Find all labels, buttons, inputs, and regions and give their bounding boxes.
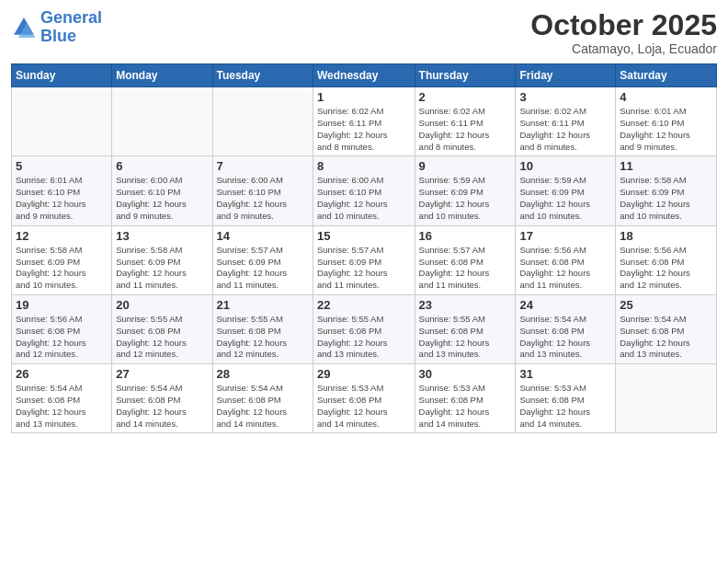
calendar-cell: 5Sunrise: 6:01 AMSunset: 6:10 PMDaylight… [12, 156, 112, 225]
calendar-cell: 23Sunrise: 5:55 AMSunset: 6:08 PMDayligh… [415, 294, 516, 363]
day-info: Sunrise: 5:57 AMSunset: 6:09 PMDaylight:… [317, 245, 411, 292]
weekday-header-thursday: Thursday [415, 64, 516, 87]
day-info: Sunrise: 5:57 AMSunset: 6:08 PMDaylight:… [419, 245, 512, 292]
day-info: Sunrise: 5:54 AMSunset: 6:08 PMDaylight:… [519, 314, 611, 361]
calendar-cell [112, 87, 212, 156]
day-info: Sunrise: 5:58 AMSunset: 6:09 PMDaylight:… [116, 245, 208, 292]
weekday-header-row: SundayMondayTuesdayWednesdayThursdayFrid… [12, 64, 717, 87]
calendar-cell: 26Sunrise: 5:54 AMSunset: 6:08 PMDayligh… [12, 364, 112, 433]
day-number: 18 [620, 229, 712, 243]
logo-blue: Blue [40, 28, 102, 46]
day-number: 4 [620, 90, 712, 104]
calendar-cell: 16Sunrise: 5:57 AMSunset: 6:08 PMDayligh… [415, 225, 516, 294]
calendar-cell [616, 364, 717, 433]
day-number: 26 [16, 367, 108, 381]
day-info: Sunrise: 6:00 AMSunset: 6:10 PMDaylight:… [217, 175, 309, 222]
day-number: 28 [217, 367, 309, 381]
calendar-cell: 20Sunrise: 5:55 AMSunset: 6:08 PMDayligh… [112, 294, 212, 363]
day-number: 27 [116, 367, 208, 381]
day-number: 21 [217, 298, 309, 312]
day-number: 23 [419, 298, 512, 312]
day-info: Sunrise: 5:55 AMSunset: 6:08 PMDaylight:… [317, 314, 411, 361]
calendar-cell: 31Sunrise: 5:53 AMSunset: 6:08 PMDayligh… [516, 364, 616, 433]
day-number: 9 [419, 159, 512, 173]
day-info: Sunrise: 5:56 AMSunset: 6:08 PMDaylight:… [620, 245, 712, 292]
day-info: Sunrise: 5:58 AMSunset: 6:09 PMDaylight:… [16, 245, 108, 292]
day-info: Sunrise: 5:55 AMSunset: 6:08 PMDaylight:… [116, 314, 208, 361]
day-info: Sunrise: 5:53 AMSunset: 6:08 PMDaylight:… [419, 383, 512, 430]
calendar-cell: 29Sunrise: 5:53 AMSunset: 6:08 PMDayligh… [313, 364, 415, 433]
day-info: Sunrise: 5:58 AMSunset: 6:09 PMDaylight:… [620, 175, 712, 222]
day-info: Sunrise: 6:02 AMSunset: 6:11 PMDaylight:… [317, 106, 411, 153]
calendar-cell: 13Sunrise: 5:58 AMSunset: 6:09 PMDayligh… [112, 225, 212, 294]
day-info: Sunrise: 5:54 AMSunset: 6:08 PMDaylight:… [116, 383, 208, 430]
calendar-cell: 11Sunrise: 5:58 AMSunset: 6:09 PMDayligh… [616, 156, 717, 225]
day-info: Sunrise: 5:53 AMSunset: 6:08 PMDaylight:… [317, 383, 411, 430]
day-number: 24 [519, 298, 611, 312]
day-number: 5 [16, 159, 108, 173]
day-number: 13 [116, 229, 208, 243]
day-number: 29 [317, 367, 411, 381]
day-info: Sunrise: 5:56 AMSunset: 6:08 PMDaylight:… [16, 314, 108, 361]
day-number: 3 [519, 90, 611, 104]
day-number: 22 [317, 298, 411, 312]
day-info: Sunrise: 6:00 AMSunset: 6:10 PMDaylight:… [116, 175, 208, 222]
day-info: Sunrise: 5:59 AMSunset: 6:09 PMDaylight:… [519, 175, 611, 222]
calendar-cell: 4Sunrise: 6:01 AMSunset: 6:10 PMDaylight… [616, 87, 717, 156]
day-number: 11 [620, 159, 712, 173]
weekday-header-friday: Friday [516, 64, 616, 87]
calendar-cell [212, 87, 313, 156]
calendar-cell [12, 87, 112, 156]
calendar-cell: 27Sunrise: 5:54 AMSunset: 6:08 PMDayligh… [112, 364, 212, 433]
calendar-cell: 14Sunrise: 5:57 AMSunset: 6:09 PMDayligh… [212, 225, 313, 294]
week-row-0: 1Sunrise: 6:02 AMSunset: 6:11 PMDaylight… [12, 87, 717, 156]
day-number: 25 [620, 298, 712, 312]
calendar-cell: 6Sunrise: 6:00 AMSunset: 6:10 PMDaylight… [112, 156, 212, 225]
calendar-cell: 18Sunrise: 5:56 AMSunset: 6:08 PMDayligh… [616, 225, 717, 294]
day-info: Sunrise: 5:56 AMSunset: 6:08 PMDaylight:… [519, 245, 611, 292]
logo-general: General [40, 8, 102, 27]
day-number: 12 [16, 229, 108, 243]
calendar-cell: 12Sunrise: 5:58 AMSunset: 6:09 PMDayligh… [12, 225, 112, 294]
day-number: 17 [519, 229, 611, 243]
logo-icon [11, 15, 37, 40]
day-info: Sunrise: 6:00 AMSunset: 6:10 PMDaylight:… [317, 175, 411, 222]
calendar-cell: 21Sunrise: 5:55 AMSunset: 6:08 PMDayligh… [212, 294, 313, 363]
calendar-cell: 7Sunrise: 6:00 AMSunset: 6:10 PMDaylight… [212, 156, 313, 225]
calendar-cell: 22Sunrise: 5:55 AMSunset: 6:08 PMDayligh… [313, 294, 415, 363]
day-info: Sunrise: 5:54 AMSunset: 6:08 PMDaylight:… [620, 314, 712, 361]
day-number: 31 [519, 367, 611, 381]
day-number: 1 [317, 90, 411, 104]
calendar-cell: 10Sunrise: 5:59 AMSunset: 6:09 PMDayligh… [516, 156, 616, 225]
day-info: Sunrise: 6:02 AMSunset: 6:11 PMDaylight:… [419, 106, 512, 153]
logo: General Blue [11, 9, 102, 46]
calendar-cell: 8Sunrise: 6:00 AMSunset: 6:10 PMDaylight… [313, 156, 415, 225]
page-container: General Blue October 2025 Catamayo, Loja… [0, 0, 728, 442]
day-info: Sunrise: 5:53 AMSunset: 6:08 PMDaylight:… [519, 383, 611, 430]
day-info: Sunrise: 5:55 AMSunset: 6:08 PMDaylight:… [419, 314, 512, 361]
day-number: 15 [317, 229, 411, 243]
week-row-1: 5Sunrise: 6:01 AMSunset: 6:10 PMDaylight… [12, 156, 717, 225]
day-info: Sunrise: 6:02 AMSunset: 6:11 PMDaylight:… [519, 106, 611, 153]
weekday-header-sunday: Sunday [12, 64, 112, 87]
calendar-cell: 15Sunrise: 5:57 AMSunset: 6:09 PMDayligh… [313, 225, 415, 294]
calendar-cell: 2Sunrise: 6:02 AMSunset: 6:11 PMDaylight… [415, 87, 516, 156]
location-subtitle: Catamayo, Loja, Ecuador [530, 41, 717, 56]
day-number: 2 [419, 90, 512, 104]
day-info: Sunrise: 5:57 AMSunset: 6:09 PMDaylight:… [217, 245, 309, 292]
day-info: Sunrise: 5:54 AMSunset: 6:08 PMDaylight:… [16, 383, 108, 430]
weekday-header-wednesday: Wednesday [313, 64, 415, 87]
week-row-2: 12Sunrise: 5:58 AMSunset: 6:09 PMDayligh… [12, 225, 717, 294]
calendar-cell: 17Sunrise: 5:56 AMSunset: 6:08 PMDayligh… [516, 225, 616, 294]
weekday-header-tuesday: Tuesday [212, 64, 313, 87]
week-row-3: 19Sunrise: 5:56 AMSunset: 6:08 PMDayligh… [12, 294, 717, 363]
weekday-header-saturday: Saturday [616, 64, 717, 87]
calendar-table: SundayMondayTuesdayWednesdayThursdayFrid… [11, 63, 717, 433]
day-number: 19 [16, 298, 108, 312]
day-number: 8 [317, 159, 411, 173]
day-number: 14 [217, 229, 309, 243]
day-info: Sunrise: 6:01 AMSunset: 6:10 PMDaylight:… [16, 175, 108, 222]
calendar-cell: 25Sunrise: 5:54 AMSunset: 6:08 PMDayligh… [616, 294, 717, 363]
calendar-cell: 28Sunrise: 5:54 AMSunset: 6:08 PMDayligh… [212, 364, 313, 433]
calendar-cell: 9Sunrise: 5:59 AMSunset: 6:09 PMDaylight… [415, 156, 516, 225]
